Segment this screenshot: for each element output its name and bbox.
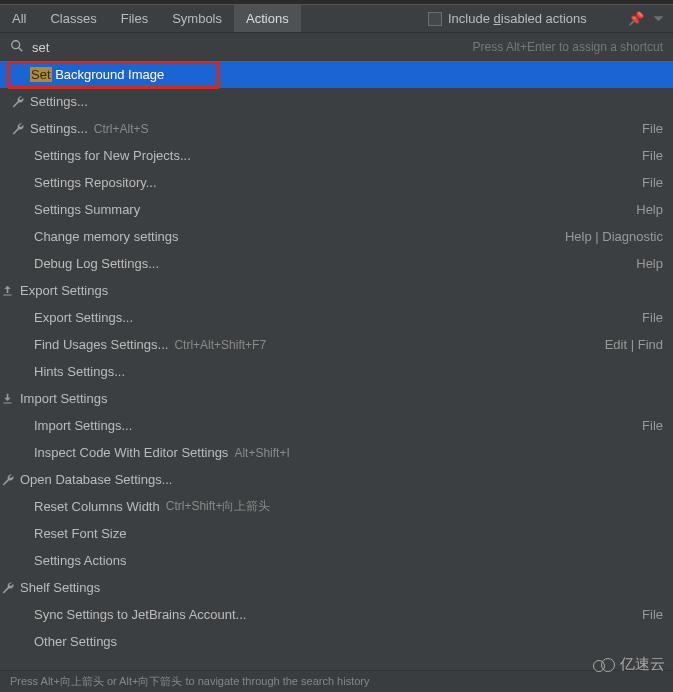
tab-symbols[interactable]: Symbols — [160, 5, 234, 32]
wrench-icon — [0, 473, 14, 486]
svg-line-1 — [19, 47, 23, 51]
checkbox-icon — [428, 12, 442, 26]
wrench-icon — [10, 95, 24, 108]
footer-hint: Press Alt+向上箭头 or Alt+向下箭头 to navigate t… — [0, 670, 673, 692]
result-label: Settings for New Projects... — [34, 148, 191, 163]
result-label: Sync Settings to JetBrains Account... — [34, 607, 246, 622]
result-group[interactable]: Shelf Settings — [0, 574, 673, 601]
result-item[interactable]: Project View Popup Menu Settings Group — [0, 655, 673, 661]
result-label: Open Database Settings... — [20, 472, 172, 487]
result-label: Settings Actions — [34, 553, 127, 568]
result-label: Settings... — [30, 94, 88, 109]
result-context: Help — [636, 256, 663, 271]
import-icon — [0, 392, 14, 405]
result-context: Help — [636, 202, 663, 217]
search-row: Press Alt+Enter to assign a shortcut — [0, 33, 673, 61]
result-item[interactable]: Debug Log Settings...Help — [0, 250, 673, 277]
result-label: Other Settings — [34, 634, 117, 649]
result-label: Change memory settings — [34, 229, 179, 244]
result-context: File — [642, 310, 663, 325]
result-context: File — [642, 121, 663, 136]
filter-icon[interactable]: ⏷ — [652, 11, 665, 26]
result-label: Export Settings... — [34, 310, 133, 325]
svg-point-0 — [12, 40, 20, 48]
result-label: Debug Log Settings... — [34, 256, 159, 271]
include-disabled-checkbox[interactable]: Include disabled actions — [428, 11, 587, 26]
result-label: Reset Font Size — [34, 526, 127, 541]
result-context: Help | Diagnostic — [565, 229, 663, 244]
result-item[interactable]: Inspect Code With Editor SettingsAlt+Shi… — [0, 439, 673, 466]
wrench-icon — [0, 581, 14, 594]
wrench-icon — [10, 122, 24, 135]
result-item[interactable]: Hints Settings... — [0, 358, 673, 385]
result-item[interactable]: Settings...Ctrl+Alt+SFile — [0, 115, 673, 142]
result-item[interactable]: Settings for New Projects...File — [0, 142, 673, 169]
result-item[interactable]: Find Usages Settings...Ctrl+Alt+Shift+F7… — [0, 331, 673, 358]
result-label: Import Settings — [20, 391, 107, 406]
result-label: Set Background Image — [30, 67, 164, 82]
result-label: Import Settings... — [34, 418, 132, 433]
search-input[interactable] — [32, 40, 232, 55]
result-item[interactable]: Other Settings — [0, 628, 673, 655]
result-context: File — [642, 175, 663, 190]
shortcut-label: Ctrl+Alt+Shift+F7 — [174, 338, 266, 352]
result-item[interactable]: Sync Settings to JetBrains Account...Fil… — [0, 601, 673, 628]
result-context: File — [642, 148, 663, 163]
result-label: Reset Columns Width — [34, 499, 160, 514]
search-icon — [10, 39, 24, 56]
result-label: Settings Summary — [34, 202, 140, 217]
tab-all[interactable]: All — [0, 5, 38, 32]
result-item[interactable]: Settings Repository...File — [0, 169, 673, 196]
result-group[interactable]: Open Database Settings... — [0, 466, 673, 493]
result-item[interactable]: Reset Font Size — [0, 520, 673, 547]
result-label: Find Usages Settings... — [34, 337, 168, 352]
result-group[interactable]: Import Settings — [0, 385, 673, 412]
pin-icon[interactable]: 📌 — [628, 11, 644, 26]
result-label: Hints Settings... — [34, 364, 125, 379]
export-icon — [0, 284, 14, 297]
result-item[interactable]: Settings SummaryHelp — [0, 196, 673, 223]
search-tabs: All Classes Files Symbols Actions Includ… — [0, 5, 673, 33]
result-label: Inspect Code With Editor Settings — [34, 445, 228, 460]
result-context: Edit | Find — [605, 337, 663, 352]
result-item[interactable]: Settings Actions — [0, 547, 673, 574]
result-set-background-image[interactable]: Set Background Image — [0, 61, 673, 88]
result-item[interactable]: Reset Columns WidthCtrl+Shift+向上箭头 — [0, 493, 673, 520]
watermark-logo-icon — [590, 656, 616, 674]
results-list: Set Background Image Settings...Settings… — [0, 61, 673, 661]
shortcut-label: Ctrl+Alt+S — [94, 122, 149, 136]
result-group[interactable]: Export Settings — [0, 277, 673, 304]
result-item[interactable]: Export Settings...File — [0, 304, 673, 331]
result-context: File — [642, 418, 663, 433]
result-item[interactable]: Import Settings...File — [0, 412, 673, 439]
result-context: File — [642, 607, 663, 622]
result-label: Settings... — [30, 121, 88, 136]
tab-classes[interactable]: Classes — [38, 5, 108, 32]
result-item[interactable]: Change memory settingsHelp | Diagnostic — [0, 223, 673, 250]
shortcut-hint: Press Alt+Enter to assign a shortcut — [473, 40, 663, 54]
result-label: Export Settings — [20, 283, 108, 298]
tab-actions[interactable]: Actions — [234, 5, 301, 32]
tab-files[interactable]: Files — [109, 5, 160, 32]
shortcut-label: Ctrl+Shift+向上箭头 — [166, 498, 271, 515]
result-item[interactable]: Settings... — [0, 88, 673, 115]
shortcut-label: Alt+Shift+I — [234, 446, 289, 460]
watermark: 亿速云 — [590, 655, 665, 674]
result-label: Settings Repository... — [34, 175, 157, 190]
result-label: Shelf Settings — [20, 580, 100, 595]
